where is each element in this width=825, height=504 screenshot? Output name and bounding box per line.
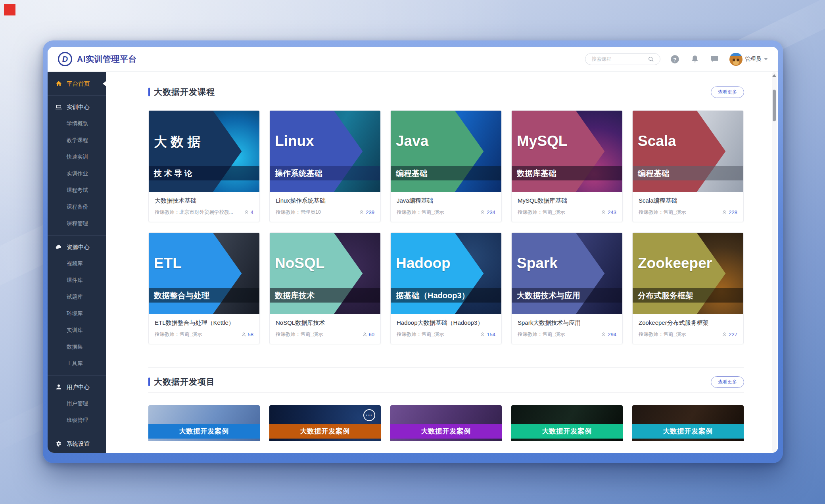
course-cover: 技 术 导 论 大 数 据 xyxy=(149,111,259,192)
course-row: 技 术 导 论 大 数 据 大数据技术基础 授课教师：北京市对外贸易学校教...… xyxy=(148,110,744,222)
cover-title: MySQL xyxy=(517,134,567,148)
course-card[interactable]: 数据库基础 MySQL MySQL数据库基础 授课教师：售前_演示 243 xyxy=(511,110,623,222)
bell-icon[interactable] xyxy=(690,54,700,64)
person-icon xyxy=(362,332,367,337)
svg-text:?: ? xyxy=(673,56,676,62)
cover-subtitle: 数据库技术 xyxy=(270,288,380,303)
scrollbar[interactable] xyxy=(772,72,777,452)
view-more-button[interactable]: 查看更多 xyxy=(711,376,744,388)
sidebar-subitem[interactable]: 班级管理 xyxy=(48,412,106,429)
sidebar-subitem[interactable]: 课件库 xyxy=(48,272,106,289)
cover-subtitle: 技 术 导 论 xyxy=(149,166,259,180)
course-cover: 编程基础 Java xyxy=(391,111,501,192)
project-card[interactable]: 大数据开发案例 ··· xyxy=(269,405,381,441)
view-more-button[interactable]: 查看更多 xyxy=(711,86,744,98)
section-title-bar xyxy=(148,378,150,386)
sidebar-item-label: 平台首页 xyxy=(67,80,90,88)
sidebar-subitem[interactable]: 试题库 xyxy=(48,289,106,305)
project-banner-label: 大数据开发案例 xyxy=(148,424,260,439)
course-teacher: 授课教师：管理员10 xyxy=(276,209,357,216)
sidebar-subitem[interactable]: 实训库 xyxy=(48,322,106,339)
sidebar-subitem[interactable]: 数据集 xyxy=(48,339,106,355)
course-teacher: 授课教师：售前_演示 xyxy=(276,331,360,338)
sidebar-item-label: 系统设置 xyxy=(67,440,90,448)
course-teacher: 授课教师：售前_演示 xyxy=(639,331,719,338)
cover-subtitle: 大数据技术与应用 xyxy=(512,288,622,303)
sidebar-subitem[interactable]: 课程管理 xyxy=(48,215,106,232)
chevron-down-icon xyxy=(764,58,768,60)
course-card[interactable]: 技 术 导 论 大 数 据 大数据技术基础 授课教师：北京市对外贸易学校教...… xyxy=(148,110,260,222)
search-icon[interactable] xyxy=(646,54,656,64)
scroll-up-arrow[interactable] xyxy=(772,74,776,77)
sidebar: 平台首页实训中心学情概览教学课程快速实训实训作业课程考试课程备份课程管理资源中心… xyxy=(48,71,106,453)
section-header-courses: 大数据开发课程 查看更多 xyxy=(148,84,744,100)
project-card[interactable]: 大数据开发案例 xyxy=(390,405,502,441)
person-icon xyxy=(480,210,485,215)
sidebar-item[interactable]: 平台首页 xyxy=(48,75,106,92)
course-title: Java编程基础 xyxy=(397,197,495,205)
red-marker xyxy=(4,4,15,15)
home-icon xyxy=(56,80,62,87)
project-banner-label: 大数据开发案例 xyxy=(511,424,623,439)
sidebar-item[interactable]: 实训中心 xyxy=(48,99,106,115)
course-card[interactable]: 分布式服务框架 Zookeeper Zookeeper分布式服务框架 授课教师：… xyxy=(632,232,744,344)
gear-icon xyxy=(56,441,62,447)
sidebar-subitem[interactable]: 环境库 xyxy=(48,305,106,322)
project-banner-label: 大数据开发案例 xyxy=(390,424,502,439)
person-icon xyxy=(244,210,249,215)
cover-subtitle: 数据整合与处理 xyxy=(149,288,259,303)
cover-title: Spark xyxy=(517,256,558,270)
sidebar-item[interactable]: 系统设置 xyxy=(48,435,106,452)
section-divider xyxy=(148,392,744,393)
course-card[interactable]: 操作系统基础 Linux Linux操作系统基础 授课教师：管理员10 239 xyxy=(269,110,381,222)
section-title: 大数据开发课程 xyxy=(154,86,215,98)
chat-icon[interactable] xyxy=(710,54,720,64)
cover-title: Hadoop xyxy=(396,256,451,270)
student-count: 154 xyxy=(487,332,495,337)
sidebar-subitem[interactable]: 教学课程 xyxy=(48,132,106,149)
sidebar-subitem[interactable]: 学情概览 xyxy=(48,115,106,132)
scrollbar-thumb[interactable] xyxy=(773,90,776,121)
sidebar-subitem[interactable]: 课程考试 xyxy=(48,182,106,199)
person-icon xyxy=(480,332,485,337)
course-cover: 编程基础 Scala xyxy=(633,111,743,192)
sidebar-subitem[interactable]: 实训作业 xyxy=(48,165,106,182)
cover-subtitle: 据基础（Hadoop3） xyxy=(391,288,501,303)
course-card[interactable]: 大数据技术与应用 Spark Spark大数据技术与应用 授课教师：售前_演示 … xyxy=(511,232,623,344)
course-title: Hadoop大数据基础（Hadoop3） xyxy=(397,319,495,327)
sidebar-subitem[interactable]: 快速实训 xyxy=(48,149,106,165)
section-header-projects: 大数据开发项目 查看更多 xyxy=(148,374,744,390)
section-title-bar xyxy=(148,88,150,96)
sidebar-subitem[interactable]: 视频库 xyxy=(48,255,106,272)
user-menu[interactable]: 管理员 xyxy=(729,53,768,66)
course-card[interactable]: 编程基础 Scala Scala编程基础 授课教师：售前_演示 228 xyxy=(632,110,744,222)
sidebar-subitem[interactable]: 课程备份 xyxy=(48,199,106,215)
search-input[interactable] xyxy=(591,56,646,62)
person-icon xyxy=(722,210,727,215)
project-banner-label: 大数据开发案例 xyxy=(269,424,381,439)
app-header: D AI实训管理平台 ? xyxy=(48,47,778,71)
student-count: 227 xyxy=(729,332,737,337)
course-card[interactable]: 据基础（Hadoop3） Hadoop Hadoop大数据基础（Hadoop3）… xyxy=(390,232,502,344)
sidebar-divider xyxy=(48,375,106,376)
course-card[interactable]: 数据整合与处理 ETL ETL数据整合与处理（Kettle） 授课教师：售前_演… xyxy=(148,232,260,344)
course-cover: 分布式服务框架 Zookeeper xyxy=(633,233,743,314)
course-card[interactable]: 数据库技术 NoSQL NoSQL数据库技术 授课教师：售前_演示 60 xyxy=(269,232,381,344)
student-count: 234 xyxy=(487,209,495,215)
main-content: 大数据开发课程 查看更多 技 术 导 论 大 数 据 大数据技术基础 授课教师：… xyxy=(106,71,778,453)
course-title: MySQL数据库基础 xyxy=(518,197,616,205)
project-card[interactable]: 大数据开发案例 xyxy=(632,405,744,441)
project-card[interactable]: 大数据开发案例 xyxy=(511,405,623,441)
cover-title: 大 数 据 xyxy=(154,135,200,148)
course-title: Linux操作系统基础 xyxy=(276,197,374,205)
student-count: 239 xyxy=(366,209,374,215)
sidebar-item[interactable]: 资源中心 xyxy=(48,239,106,255)
help-icon[interactable]: ? xyxy=(670,54,680,64)
sidebar-subitem[interactable]: 工具库 xyxy=(48,355,106,372)
sidebar-subitem[interactable]: 用户管理 xyxy=(48,395,106,412)
course-card[interactable]: 编程基础 Java Java编程基础 授课教师：售前_演示 234 xyxy=(390,110,502,222)
course-title: Zookeeper分布式服务框架 xyxy=(639,319,737,327)
project-card[interactable]: 大数据开发案例 xyxy=(148,405,260,441)
sidebar-item[interactable]: 用户中心 xyxy=(48,379,106,395)
section-title: 大数据开发项目 xyxy=(154,376,215,387)
